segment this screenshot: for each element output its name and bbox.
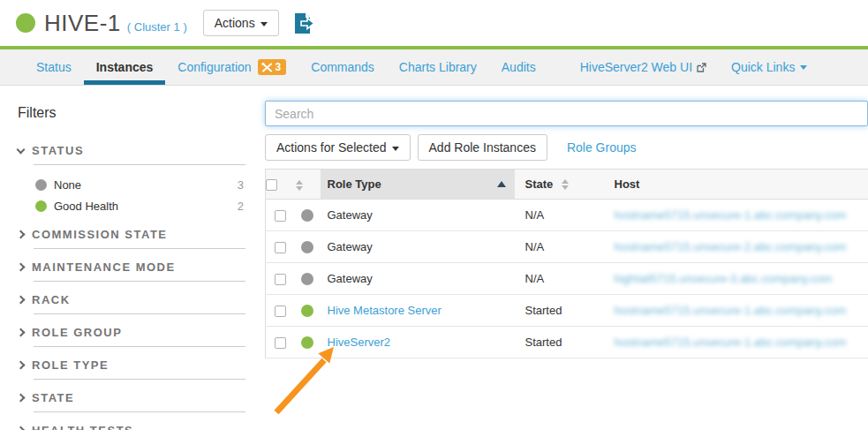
chevron-down-icon — [392, 147, 399, 151]
gray-status-icon — [301, 209, 313, 222]
tab-commands-label: Commands — [311, 60, 374, 74]
filter-section-label: RACK — [32, 293, 71, 306]
row-checkbox[interactable] — [275, 306, 286, 317]
filter-section-role-group-header[interactable]: ROLE GROUP — [18, 326, 245, 339]
content-area: Filters STATUS None 3 Good Health 2 — [0, 86, 868, 430]
filter-item-count: 2 — [238, 200, 245, 213]
search-input[interactable] — [265, 101, 868, 126]
chevron-right-icon — [17, 230, 26, 239]
role-type-cell: Gateway — [328, 240, 373, 253]
state-cell: N/A — [525, 272, 545, 285]
host-link-redacted[interactable]: hostname5715.unsecure-1.abc.company.com — [615, 208, 847, 222]
filter-section-label: HEALTH TESTS — [32, 424, 133, 430]
column-header-state[interactable]: State — [515, 170, 606, 200]
filter-item-label: Good Health — [54, 200, 118, 213]
tab-quick-links[interactable]: Quick Links — [719, 49, 819, 85]
tab-instances-label: Instances — [96, 60, 154, 74]
tab-commands[interactable]: Commands — [298, 49, 387, 85]
column-header-role-type-label: Role Type — [328, 177, 381, 191]
filter-section-state-header[interactable]: STATE — [18, 391, 245, 404]
filter-section-health-tests: HEALTH TESTS — [18, 424, 245, 430]
filter-section-maintenance-mode: MAINTENANCE MODE — [18, 260, 245, 282]
filter-section-commission-state-header[interactable]: COMMISSION STATE — [18, 228, 245, 241]
actions-button[interactable]: Actions — [203, 10, 279, 36]
column-header-role-type[interactable]: Role Type — [321, 170, 515, 200]
chevron-right-icon — [17, 328, 26, 337]
section-divider — [34, 248, 245, 249]
filter-item-count: 3 — [238, 178, 245, 192]
role-link-hiveserver2[interactable]: HiveServer2 — [328, 336, 391, 349]
tab-charts-library-label: Charts Library — [399, 60, 477, 74]
actions-for-selected-label: Actions for Selected — [276, 140, 387, 155]
section-divider — [34, 313, 245, 314]
filter-section-status: STATUS None 3 Good Health 2 — [18, 144, 245, 216]
state-cell: N/A — [525, 208, 545, 222]
filter-section-health-tests-header[interactable]: HEALTH TESTS — [18, 424, 245, 430]
section-divider — [34, 346, 245, 347]
tools-icon — [261, 63, 273, 72]
role-link-hive-metastore-server[interactable]: Hive Metastore Server — [328, 304, 442, 317]
filter-item-label: None — [54, 178, 81, 192]
state-cell: N/A — [525, 240, 545, 253]
section-divider — [34, 379, 245, 380]
actions-for-selected-button[interactable]: Actions for Selected — [265, 134, 411, 161]
state-cell: Started — [525, 304, 562, 317]
filters-title: Filters — [18, 105, 245, 121]
external-link-icon — [697, 63, 706, 72]
chevron-right-icon — [17, 426, 26, 430]
filter-section-maintenance-mode-header[interactable]: MAINTENANCE MODE — [18, 260, 245, 274]
row-checkbox[interactable] — [275, 337, 286, 349]
column-header-host[interactable]: Host — [606, 170, 868, 200]
service-health-icon — [16, 13, 35, 33]
configuration-warning-badge: 3 — [258, 59, 287, 75]
role-type-cell: Gateway — [328, 208, 373, 222]
tab-hiveserver2-web-ui-label: HiveServer2 Web UI — [580, 60, 692, 74]
tab-configuration-label: Configuration — [177, 60, 251, 74]
service-header: HIVE-1 ( Cluster 1 ) Actions — [0, 0, 868, 46]
table-row: HiveServer2 Started hostname5715.unsecur… — [266, 327, 868, 358]
add-role-instances-button[interactable]: Add Role Instances — [418, 134, 547, 161]
column-header-host-label: Host — [615, 177, 640, 191]
chevron-down-icon — [17, 145, 26, 154]
host-link-redacted[interactable]: hostname5715.unsecure-1.abc.company.com — [615, 336, 847, 349]
green-status-icon — [301, 305, 313, 317]
filter-section-role-type-header[interactable]: ROLE TYPE — [18, 358, 245, 372]
tab-configuration[interactable]: Configuration 3 — [165, 49, 298, 85]
tab-status[interactable]: Status — [24, 49, 84, 85]
filter-item-good-health[interactable]: Good Health 2 — [35, 195, 245, 216]
gray-status-icon — [35, 179, 47, 191]
filter-section-label: ROLE TYPE — [32, 358, 109, 372]
filter-section-rack-header[interactable]: RACK — [18, 293, 245, 306]
gray-status-icon — [301, 273, 313, 285]
host-link-redacted[interactable]: hostname5715.unsecure-1.abc.company.com — [615, 304, 847, 317]
filter-section-role-type: ROLE TYPE — [18, 358, 245, 380]
cluster-link[interactable]: ( Cluster 1 ) — [127, 20, 187, 34]
add-role-instances-label: Add Role Instances — [429, 140, 536, 155]
filter-section-role-group: ROLE GROUP — [18, 326, 245, 347]
tab-audits[interactable]: Audits — [489, 49, 548, 85]
table-row: Gateway N/A hostname5715.unsecure-2.abc.… — [266, 231, 868, 263]
configuration-badge-count: 3 — [275, 61, 282, 73]
row-checkbox[interactable] — [275, 242, 286, 253]
green-status-icon — [35, 200, 47, 212]
gray-status-icon — [301, 241, 313, 253]
service-tabbar: Status Instances Configuration 3 Command… — [0, 49, 868, 86]
filter-section-label: STATE — [32, 391, 74, 404]
row-checkbox[interactable] — [275, 210, 286, 222]
sort-icon[interactable] — [296, 180, 303, 191]
filter-section-rack: RACK — [18, 293, 245, 314]
filter-item-none[interactable]: None 3 — [35, 174, 245, 195]
host-link-redacted[interactable]: hightail5715.unsecure-3.abc.company.com — [615, 272, 833, 285]
row-checkbox[interactable] — [275, 274, 286, 285]
tab-charts-library[interactable]: Charts Library — [387, 49, 489, 85]
chevron-right-icon — [17, 263, 26, 272]
role-type-cell: Gateway — [328, 272, 373, 285]
tab-hiveserver2-web-ui[interactable]: HiveServer2 Web UI — [568, 49, 719, 85]
document-export-icon[interactable] — [291, 11, 315, 35]
select-all-checkbox[interactable] — [266, 179, 277, 191]
role-groups-link[interactable]: Role Groups — [567, 140, 637, 155]
tab-instances[interactable]: Instances — [84, 49, 166, 85]
filter-section-status-header[interactable]: STATUS — [18, 144, 245, 157]
host-link-redacted[interactable]: hostname5715.unsecure-2.abc.company.com — [615, 240, 847, 253]
filter-section-label: ROLE GROUP — [32, 326, 122, 339]
